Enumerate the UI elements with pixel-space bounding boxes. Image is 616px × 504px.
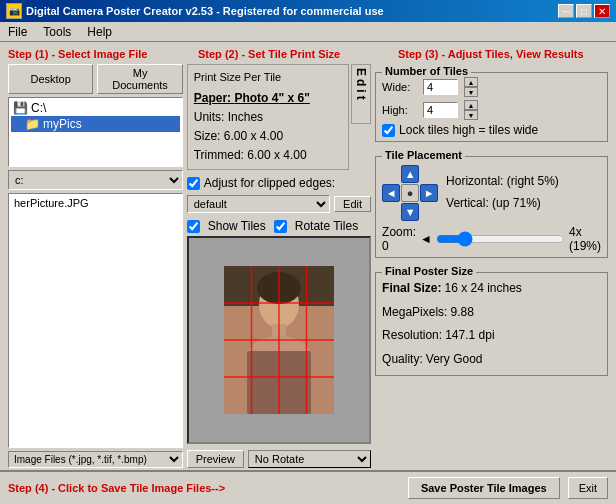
file-item[interactable]: herPicture.JPG — [11, 196, 180, 210]
units-line: Units: Inches — [194, 108, 342, 127]
high-up-button[interactable]: ▲ — [464, 100, 478, 110]
trimmed-line: Trimmed: 6.00 x 4.00 — [194, 146, 342, 165]
paper-line: Paper: Photo 4" x 6" — [194, 89, 342, 108]
preview-button[interactable]: Preview — [187, 450, 244, 468]
desktop-button[interactable]: Desktop — [8, 64, 93, 94]
drive-icon: 💾 — [13, 101, 28, 115]
zoom-slider[interactable] — [436, 232, 565, 246]
mypics-folder-item[interactable]: 📁 myPics — [11, 116, 180, 132]
print-size-row: Print Size Per Tile Paper: Photo 4" x 6"… — [187, 64, 371, 170]
menu-bar: File Tools Help — [0, 22, 616, 42]
drive-c-item[interactable]: 💾 C:\ — [11, 100, 180, 116]
main-content: Step (1) - Select Image File Step (2) - … — [0, 42, 616, 504]
rotate-tiles-checkbox[interactable] — [274, 220, 287, 233]
down-button[interactable]: ▼ — [401, 203, 419, 221]
file-list[interactable]: herPicture.JPG — [8, 193, 183, 448]
close-button[interactable]: ✕ — [594, 4, 610, 18]
step4-label: Step (4) - Click to Save Tile Image File… — [8, 482, 400, 494]
placement-grid: ▲ ◄ ● ► ▼ Horizontal: (right 5%) — [382, 165, 601, 221]
print-size-panel: Print Size Per Tile Paper: Photo 4" x 6"… — [187, 64, 371, 468]
preview-svg — [224, 266, 334, 414]
print-size-title: Print Size Per Tile — [194, 69, 342, 87]
save-poster-button[interactable]: Save Poster Tile Images — [408, 477, 560, 499]
my-documents-button[interactable]: My Documents — [97, 64, 182, 94]
high-label: High: — [382, 104, 417, 116]
maximize-button[interactable]: □ — [576, 4, 592, 18]
edit-side-button[interactable]: Edit — [351, 64, 371, 124]
high-input[interactable] — [423, 102, 458, 118]
lock-checkbox[interactable] — [382, 124, 395, 137]
window-controls: ─ □ ✕ — [558, 4, 610, 18]
horizontal-value: Horizontal: (right 5%) — [446, 171, 559, 193]
minimize-button[interactable]: ─ — [558, 4, 574, 18]
megapixels-line: MegaPixels: 9.88 — [382, 301, 601, 325]
zoom-min-icon: ◄ — [420, 232, 432, 246]
adjust-checkbox-row: Adjust for clipped edges: — [187, 176, 371, 190]
adjust-checkbox[interactable] — [187, 177, 200, 190]
wide-input[interactable] — [423, 79, 458, 95]
steps-header: Step (1) - Select Image File Step (2) - … — [0, 42, 616, 62]
wide-down-button[interactable]: ▼ — [464, 87, 478, 97]
size-line: Size: 6.00 x 4.00 — [194, 127, 342, 146]
final-size-group: Final Poster Size Final Size: 16 x 24 in… — [375, 272, 608, 376]
content-area: Desktop My Documents 💾 C:\ 📁 myPics c: h… — [0, 62, 616, 470]
show-tiles-checkbox[interactable] — [187, 220, 200, 233]
preset-select[interactable]: default — [187, 195, 330, 213]
vertical-value: Vertical: (up 71%) — [446, 193, 559, 215]
high-down-button[interactable]: ▼ — [464, 110, 478, 120]
quality-line: Quality: Very Good — [382, 348, 601, 372]
zoom-row: Zoom: 0 ◄ 4x (19%) — [382, 225, 601, 253]
title-bar: 📷 Digital Camera Poster Creator v2.53 - … — [0, 0, 616, 22]
arrow-pad: ▲ ◄ ● ► ▼ — [382, 165, 438, 221]
tile-placement-group: Tile Placement ▲ ◄ ● ► ▼ — [375, 156, 608, 258]
folder-icon: 📁 — [25, 117, 40, 131]
placement-values: Horizontal: (right 5%) Vertical: (up 71%… — [446, 171, 559, 214]
resolution-line: Resolution: 147.1 dpi — [382, 324, 601, 348]
app-icon: 📷 — [6, 3, 22, 19]
folder-tree[interactable]: 💾 C:\ 📁 myPics — [8, 97, 183, 167]
empty-br — [420, 203, 438, 221]
nav-buttons: Desktop My Documents — [8, 64, 183, 94]
num-tiles-group: Number of Tiles Wide: ▲ ▼ High: ▲ ▼ — [375, 72, 608, 142]
center-button[interactable]: ● — [401, 184, 419, 202]
rotate-tiles-label: Rotate Tiles — [295, 219, 358, 233]
step3-header: Step (3) - Adjust Tiles, View Results — [398, 46, 608, 62]
show-tiles-row: Show Tiles Rotate Tiles — [187, 219, 371, 233]
empty-tl — [382, 165, 400, 183]
menu-tools[interactable]: Tools — [39, 24, 75, 40]
high-row: High: ▲ ▼ — [382, 100, 601, 120]
lock-row: Lock tiles high = tiles wide — [382, 123, 601, 137]
preview-controls: Preview No Rotate Rotate 90° Rotate 180°… — [187, 450, 371, 468]
bottom-bar: Step (4) - Click to Save Tile Image File… — [0, 470, 616, 504]
print-size-info: Print Size Per Tile Paper: Photo 4" x 6"… — [187, 64, 349, 170]
menu-help[interactable]: Help — [83, 24, 116, 40]
preview-area — [187, 236, 371, 444]
file-type-selector[interactable]: Image Files (*.jpg, *.tif, *.bmp) — [8, 451, 183, 468]
step1-header: Step (1) - Select Image File — [8, 46, 198, 62]
empty-bl — [382, 203, 400, 221]
left-button[interactable]: ◄ — [382, 184, 400, 202]
wide-label: Wide: — [382, 81, 417, 93]
edit-button[interactable]: Edit — [334, 196, 371, 212]
lock-label: Lock tiles high = tiles wide — [399, 123, 538, 137]
right-button[interactable]: ► — [420, 184, 438, 202]
menu-file[interactable]: File — [4, 24, 31, 40]
zoom-label: Zoom: 0 — [382, 225, 416, 253]
empty-tr — [420, 165, 438, 183]
num-tiles-title: Number of Tiles — [382, 65, 471, 77]
up-button[interactable]: ▲ — [401, 165, 419, 183]
final-size-title: Final Poster Size — [382, 265, 476, 277]
preset-row: default Edit — [187, 195, 371, 213]
drive-selector[interactable]: c: — [8, 170, 183, 190]
rotate-select[interactable]: No Rotate Rotate 90° Rotate 180° Rotate … — [248, 450, 371, 468]
wide-up-button[interactable]: ▲ — [464, 77, 478, 87]
window-title: Digital Camera Poster Creator v2.53 - Re… — [26, 5, 384, 17]
final-size-line: Final Size: 16 x 24 inches — [382, 277, 601, 301]
exit-button[interactable]: Exit — [568, 477, 608, 499]
wide-row: Wide: ▲ ▼ — [382, 77, 601, 97]
high-spinner: ▲ ▼ — [464, 100, 478, 120]
adjust-tiles-panel: Number of Tiles Wide: ▲ ▼ High: ▲ ▼ — [375, 64, 608, 468]
wide-spinner: ▲ ▼ — [464, 77, 478, 97]
adjust-label: Adjust for clipped edges: — [204, 176, 335, 190]
show-tiles-label: Show Tiles — [208, 219, 266, 233]
